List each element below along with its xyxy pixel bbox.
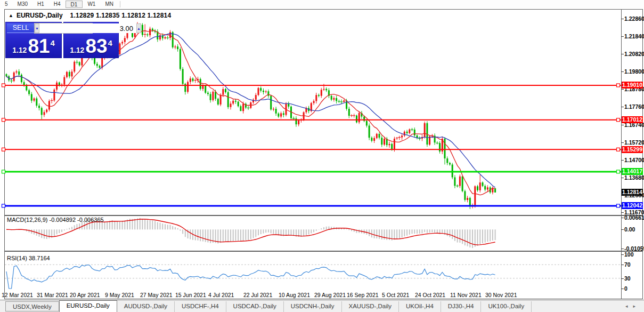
- buy-price-big: 83: [85, 37, 107, 55]
- price-axis-line: [621, 10, 622, 299]
- chart-tab-USDCNH-Daily[interactable]: USDCNH-,Daily: [284, 301, 342, 312]
- date-axis-tick: 15 Jun 2021: [175, 292, 206, 298]
- date-axis-tick: 4 Jul 2021: [208, 292, 234, 298]
- price-axis-tick: 1.22860: [624, 15, 644, 22]
- price-axis-tick: 1.19800: [624, 68, 644, 75]
- date-axis-tick: 31 Mar 2021: [37, 292, 68, 298]
- timeframe-toolbar: 5M30H1H4D1W1MN: [0, 0, 644, 9]
- volume-input[interactable]: [39, 23, 136, 33]
- price-axis-tick: 1.15720: [624, 139, 644, 146]
- buy-price-prefix: 1.12: [70, 46, 84, 54]
- chart-tab-bar: USDX,WeeklyEURUSD-,DailyAUDUSD-,DailyUSD…: [0, 300, 644, 312]
- chart-tab-USDCAD-Daily[interactable]: USDCAD-,Daily: [226, 301, 284, 312]
- price-axis-tick-mark: [621, 71, 624, 72]
- tab-scroll-left-icon: ◂: [625, 303, 633, 309]
- timeframe-button-M30[interactable]: M30: [13, 1, 32, 8]
- rsi-axis-tick: 70: [624, 261, 644, 268]
- main-macd-splitter[interactable]: [4, 215, 643, 216]
- horizontal-line-1.12042[interactable]: [2, 204, 622, 207]
- rsi-line: [6, 265, 495, 289]
- rsi-axis-tick: 0: [624, 285, 644, 292]
- date-axis-tick: 24 Oct 2021: [415, 292, 445, 298]
- price-axis-tick-mark: [621, 160, 624, 161]
- tab-scroll-arrows[interactable]: ◂▸: [625, 303, 641, 309]
- horizontal-line-1.14017[interactable]: [2, 170, 622, 173]
- hline-price-tag: 1.12042: [622, 202, 643, 209]
- hline-price-tag: 1.15299: [622, 146, 643, 153]
- price-axis-tick: 1.17760: [624, 103, 644, 110]
- timeframe-button-5[interactable]: 5: [0, 1, 13, 8]
- timeframe-button-H1[interactable]: H1: [32, 1, 49, 8]
- price-axis-tick-mark: [621, 36, 624, 37]
- price-axis-tick-mark: [621, 54, 624, 54]
- date-axis-tick: 10 Aug 2021: [279, 292, 310, 298]
- date-axis-tick: 5 Oct 2021: [382, 292, 409, 298]
- price-axis-tick-mark: [621, 142, 624, 143]
- volume-control: ▼ ▲: [34, 23, 93, 34]
- horizontal-line-1.19010[interactable]: [2, 84, 622, 87]
- date-axis-tick: 12 Mar 2021: [2, 292, 33, 298]
- date-axis-tick: 27 May 2021: [140, 292, 173, 298]
- macd-axis-tick: 0.006611: [624, 214, 644, 221]
- rsi-panel-area: [5, 265, 621, 289]
- price-axis-tick-mark: [621, 178, 624, 178]
- rsi-axis-tick: 100: [624, 251, 644, 258]
- chart-tab-AUDUSD-Daily[interactable]: AUDUSD-,Daily: [117, 301, 175, 312]
- price-axis-tick-mark: [621, 19, 624, 19]
- chart-tab-USDX-Weekly[interactable]: USDX,Weekly: [5, 301, 59, 311]
- timeframe-button-W1[interactable]: W1: [83, 1, 100, 8]
- macd-rsi-splitter[interactable]: [4, 251, 643, 252]
- tab-scroll-right-icon: ▸: [633, 303, 641, 309]
- chart-ohlc-values: 1.12829 1.12835 1.12812 1.12814: [70, 12, 172, 19]
- macd-axis-tick: 0.00: [624, 226, 644, 233]
- date-axis-tick: 22 Jul 2021: [243, 292, 272, 298]
- chart-tab-USDCHF-H4[interactable]: USDCHF-,H4: [175, 301, 226, 312]
- chart-tab-XAUUSD-Daily[interactable]: XAUUSD-,Daily: [342, 301, 400, 312]
- hline-price-tag: 1.17012: [622, 116, 643, 123]
- one-click-trade-panel: 1.12 81 4 1.12 83 4 SELL BUY ▼ ▲: [5, 22, 119, 58]
- timeframe-button-MN[interactable]: MN: [100, 1, 118, 8]
- horizontal-line-1.15299[interactable]: [2, 148, 622, 151]
- price-axis-tick-mark: [621, 125, 624, 125]
- date-axis-tick: 9 May 2021: [105, 292, 134, 298]
- rsi-axis-tick-mark: [621, 289, 624, 289]
- date-axis-tick: 29 Aug 2021: [314, 292, 346, 298]
- date-axis-tick: 20 Apr 2021: [70, 292, 100, 298]
- macd-axis-tick-mark: [621, 229, 624, 230]
- macd-axis-tick-mark: [621, 249, 624, 249]
- macd-axis-tick-mark: [621, 218, 624, 218]
- chart-tab-DJ30-H4[interactable]: DJ30-,H4: [441, 301, 482, 312]
- macd-indicator-label: MACD(12,26,9) -0.004892 -0.006365: [7, 217, 104, 223]
- rsi-indicator-label: RSI(14) 38.7164: [7, 255, 50, 261]
- sell-button[interactable]: SELL: [7, 23, 35, 33]
- window-collapse-icon[interactable]: ▲: [9, 13, 13, 18]
- date-axis-tick: 30 Nov 2021: [485, 292, 517, 298]
- rsi-axis-tick-mark: [621, 254, 624, 255]
- volume-increase-button[interactable]: ▲: [136, 23, 141, 33]
- buy-price-pip: 4: [108, 38, 112, 47]
- timeframe-button-D1[interactable]: D1: [66, 1, 83, 8]
- price-axis-tick-mark: [621, 89, 624, 90]
- rsi-value: 38.7164: [29, 255, 50, 261]
- date-axis-tick: 16 Sep 2021: [347, 292, 379, 298]
- sell-price-pip: 4: [51, 38, 55, 47]
- rsi-axis-tick-mark: [621, 278, 624, 279]
- chart-tab-UK100-Daily[interactable]: UK100-,Daily: [481, 301, 532, 312]
- trading-platform-screen: 5M30H1H4D1W1MN ▲ EURUSD-,Daily 1.12829 1…: [0, 0, 644, 312]
- hline-price-tag: 1.14017: [622, 168, 643, 175]
- toolbar-separator: [120, 1, 120, 7]
- hline-price-tag: 1.19010: [622, 82, 643, 89]
- chart-tab-EURUSD-Daily[interactable]: EURUSD-,Daily: [59, 300, 117, 312]
- price-axis-tick-mark: [621, 107, 624, 107]
- timeframe-button-H4[interactable]: H4: [49, 1, 66, 8]
- price-axis-tick: 1.13680: [624, 174, 644, 181]
- chart-tab-UKOil-H4[interactable]: UKOil-,H4: [399, 301, 441, 312]
- sell-price-big: 81: [28, 37, 50, 55]
- horizontal-line-1.17012[interactable]: [2, 118, 622, 122]
- volume-decrease-button[interactable]: ▼: [35, 23, 39, 33]
- price-axis-tick: 1.21840: [624, 33, 644, 39]
- sell-price-prefix: 1.12: [12, 46, 27, 54]
- chart-symbol-period: EURUSD-,Daily: [17, 12, 63, 19]
- current-price-tag: 1.12814: [622, 189, 643, 196]
- rsi-axis-tick: 30: [624, 275, 644, 282]
